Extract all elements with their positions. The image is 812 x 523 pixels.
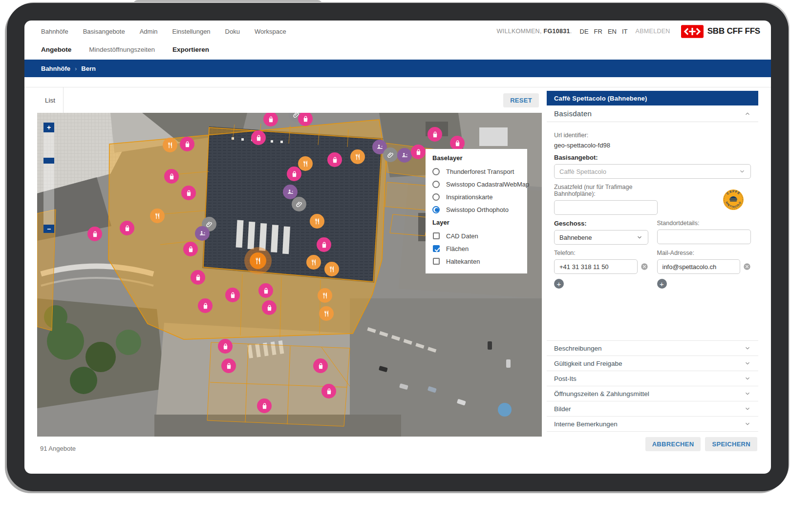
shopping-bag-icon-marker[interactable] [321, 384, 336, 398]
zoom-in-button[interactable]: + [43, 123, 54, 132]
checkbox-icon[interactable] [433, 258, 440, 265]
section-interne-bemerkungen[interactable]: Interne Bemerkungen [547, 416, 758, 431]
save-button[interactable]: SPEICHERN [705, 437, 757, 451]
zusatzfeld-input[interactable] [554, 200, 658, 215]
section-post-its[interactable]: Post-Its [547, 371, 758, 386]
shopping-bag-icon-marker[interactable] [257, 398, 272, 413]
telefon-input[interactable] [554, 259, 638, 274]
layer-option-label: Haltekanten [446, 258, 480, 265]
radio-icon[interactable] [432, 168, 440, 175]
radio-icon[interactable] [432, 181, 440, 188]
subnav-exportieren[interactable]: Exportieren [172, 46, 209, 53]
layer-option-fl-chen[interactable]: Flächen [432, 242, 522, 255]
restaurant-icon-selected-marker[interactable] [250, 252, 266, 269]
zoom-out-button[interactable]: − [43, 225, 54, 233]
basisangebot-select[interactable]: Caffè Spettacolo [554, 164, 751, 179]
paperclip-icon-marker[interactable] [383, 147, 398, 162]
chevron-down-icon [744, 375, 751, 382]
restaurant-icon-marker[interactable] [150, 209, 165, 223]
lang-en[interactable]: EN [608, 28, 617, 35]
restaurant-icon-marker[interactable] [324, 262, 339, 276]
checkbox-icon[interactable] [433, 245, 440, 252]
shopping-bag-icon-marker[interactable] [262, 300, 277, 315]
reset-button[interactable]: RESET [503, 93, 539, 107]
nav-item-workspace[interactable]: Workspace [255, 28, 286, 35]
subnav-angebote[interactable]: Angebote [41, 46, 71, 53]
shopping-bag-icon-marker[interactable] [180, 137, 194, 151]
map-location-dot [498, 403, 512, 417]
accordion-sections: BeschreibungenGültigkeit und FreigabePos… [547, 340, 758, 431]
clear-icon[interactable] [743, 263, 751, 271]
shopping-bag-icon-marker[interactable] [218, 339, 233, 354]
cancel-button[interactable]: ABBRECHEN [645, 437, 701, 451]
shopping-bag-icon-marker[interactable] [225, 288, 240, 302]
restaurant-icon-marker[interactable] [306, 255, 321, 270]
shopping-bag-icon-marker[interactable] [327, 152, 342, 167]
zoom-control: + − [43, 123, 54, 233]
shopping-bag-icon-marker[interactable] [87, 227, 102, 241]
restaurant-icon-marker[interactable] [318, 288, 332, 303]
restaurant-icon-marker[interactable] [350, 149, 365, 164]
shopping-bag-icon-marker[interactable] [411, 145, 426, 159]
shopping-bag-icon-marker[interactable] [287, 167, 301, 181]
geschoss-select[interactable]: Bahnebene [554, 230, 648, 245]
breadcrumb-root[interactable]: Bahnhöfe [41, 65, 70, 72]
shopping-bag-icon-marker[interactable] [181, 186, 196, 200]
baselayer-option-thunderforest-transport[interactable]: Thunderforest Transport [432, 165, 522, 178]
section-ffnungszeiten-zahlungsmittel[interactable]: Öffnungszeiten & Zahlungsmittel [547, 386, 758, 401]
shopping-bag-icon-marker[interactable] [221, 358, 236, 373]
map-column: List RESET [37, 87, 542, 458]
radio-icon[interactable] [432, 193, 440, 201]
nav-item-basisangebote[interactable]: Basisangebote [83, 28, 125, 35]
baselayer-option-swisstopo-cadastralwebmap[interactable]: Swisstopo CadastralWebMap [432, 178, 522, 190]
checkbox-icon[interactable] [433, 232, 440, 239]
shopping-bag-icon-marker[interactable] [183, 242, 198, 256]
shopping-bag-icon-marker[interactable] [198, 298, 213, 313]
add-mail-button[interactable]: + [657, 279, 667, 289]
nav-item-einstellungen[interactable]: Einstellungen [172, 28, 211, 35]
baselayer-option-inspirationskarte[interactable]: Inspirationskarte [432, 190, 522, 203]
logout-link[interactable]: ABMELDEN [636, 28, 670, 35]
layer-option-haltekanten[interactable]: Haltekanten [432, 255, 522, 268]
lang-fr[interactable]: FR [594, 28, 602, 35]
mail-input[interactable] [657, 259, 741, 274]
section-bilder[interactable]: Bilder [547, 401, 758, 416]
shopping-bag-icon-marker[interactable] [313, 358, 328, 373]
tab-list[interactable]: List [37, 87, 64, 113]
section-basisdaten[interactable]: Basisdaten [547, 105, 758, 122]
nav-item-admin[interactable]: Admin [140, 28, 158, 35]
shopping-bag-icon-marker[interactable] [258, 283, 273, 298]
restaurant-icon-marker[interactable] [163, 138, 177, 152]
add-telefon-button[interactable]: + [554, 279, 564, 289]
lang-it[interactable]: IT [622, 28, 628, 35]
subnav-mindest-ffnungszeiten[interactable]: Mindestöffnungszeiten [89, 46, 155, 53]
breadcrumb-separator: › [75, 65, 77, 72]
restaurant-icon-marker[interactable] [298, 156, 313, 171]
standortdetails-input[interactable] [657, 230, 751, 244]
zoom-slider-handle[interactable] [43, 158, 54, 164]
radio-icon[interactable] [432, 206, 440, 213]
shopping-bag-icon-marker[interactable] [427, 127, 442, 142]
baselayer-option-swisstopo-orthophoto[interactable]: Swisstopo Orthophoto [432, 203, 522, 216]
restaurant-icon-marker[interactable] [310, 214, 324, 229]
shopping-bag-icon-marker[interactable] [120, 221, 134, 235]
map-canvas[interactable]: + − Baselayer Thunderforest TransportSwi… [37, 113, 542, 437]
shopping-bag-icon-marker[interactable] [317, 237, 331, 252]
nav-item-bahnh-fe[interactable]: Bahnhöfe [41, 28, 68, 35]
restaurant-icon-marker[interactable] [319, 306, 334, 321]
shopping-bag-icon-marker[interactable] [251, 130, 266, 145]
section-g-ltigkeit-und-freigabe[interactable]: Gültigkeit und Freigabe [547, 356, 758, 371]
shopping-bag-icon-marker[interactable] [450, 136, 465, 150]
shopping-bag-icon-marker[interactable] [164, 169, 179, 184]
paperclip-icon-marker[interactable] [292, 197, 306, 211]
shopping-bag-icon [187, 245, 195, 253]
shopping-bag-icon-marker[interactable] [191, 270, 205, 285]
layer-option-cad-daten[interactable]: CAD Daten [432, 230, 522, 242]
section-beschreibungen[interactable]: Beschreibungen [547, 340, 758, 356]
service-counter-icon-marker[interactable] [397, 148, 412, 163]
lang-de[interactable]: DE [580, 28, 589, 35]
clear-icon[interactable] [641, 263, 648, 271]
service-counter-icon-marker[interactable] [195, 226, 210, 241]
paperclip-icon [295, 200, 303, 209]
nav-item-doku[interactable]: Doku [225, 28, 240, 35]
